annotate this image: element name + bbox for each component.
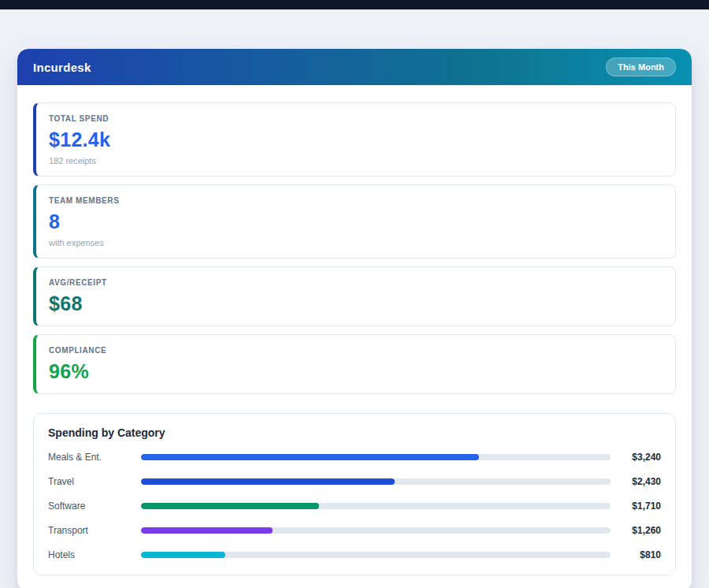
- dashboard-body: TOTAL SPEND $12.4k 182 receipts TEAM MEM…: [17, 85, 692, 588]
- chart-row-software: Software $1,710: [48, 501, 661, 512]
- bar-track: [141, 503, 611, 509]
- top-system-bar: [0, 0, 709, 9]
- bar-track: [141, 478, 611, 485]
- stat-label: AVG/RECEIPT: [49, 278, 663, 287]
- stat-label: TEAM MEMBERS: [49, 196, 663, 205]
- incurdesk-panel: Incurdesk This Month TOTAL SPEND $12.4k …: [17, 49, 692, 588]
- app-header: Incurdesk This Month: [17, 49, 692, 85]
- bar-fill: [141, 478, 395, 485]
- chart-row-hotels: Hotels $810: [48, 549, 661, 560]
- stat-label: COMPLIANCE: [49, 346, 663, 355]
- stat-card-total-spend: TOTAL SPEND $12.4k 182 receipts: [33, 102, 676, 177]
- stat-value: $68: [49, 292, 663, 315]
- bar-fill: [141, 527, 273, 534]
- stat-value: 96%: [49, 360, 663, 383]
- chart-title: Spending by Category: [48, 426, 661, 439]
- stat-value: 8: [49, 210, 663, 233]
- app-title: Incurdesk: [33, 61, 91, 74]
- period-badge[interactable]: This Month: [606, 58, 676, 76]
- stat-value: $12.4k: [49, 128, 663, 151]
- category-value: $810: [611, 549, 661, 560]
- chart-row-transport: Transport $1,260: [48, 525, 661, 536]
- stat-card-team-members: TEAM MEMBERS 8 with expenses: [33, 184, 676, 259]
- category-value: $2,430: [611, 476, 661, 487]
- category-value: $1,710: [611, 501, 661, 512]
- category-label: Transport: [48, 525, 141, 536]
- spending-by-category-card: Spending by Category Meals & Ent. $3,240…: [33, 413, 676, 575]
- stat-card-compliance: COMPLIANCE 96%: [33, 334, 676, 394]
- bar-fill: [141, 454, 479, 460]
- stat-card-avg-receipt: AVG/RECEIPT $68: [33, 266, 676, 326]
- stat-subtext: 182 receipts: [49, 156, 663, 166]
- category-label: Meals & Ent.: [48, 452, 141, 463]
- category-value: $1,260: [611, 525, 661, 536]
- bar-track: [141, 454, 611, 460]
- stat-label: TOTAL SPEND: [49, 114, 663, 123]
- category-value: $3,240: [611, 452, 661, 463]
- bar-track: [141, 527, 611, 534]
- chart-row-travel: Travel $2,430: [48, 476, 661, 487]
- bar-fill: [141, 503, 319, 509]
- chart-row-meals: Meals & Ent. $3,240: [48, 452, 661, 463]
- bar-track: [141, 552, 611, 558]
- bar-fill: [141, 552, 225, 558]
- category-label: Hotels: [48, 549, 141, 560]
- category-label: Travel: [48, 476, 141, 487]
- stat-subtext: with expenses: [49, 238, 663, 247]
- category-label: Software: [48, 501, 141, 512]
